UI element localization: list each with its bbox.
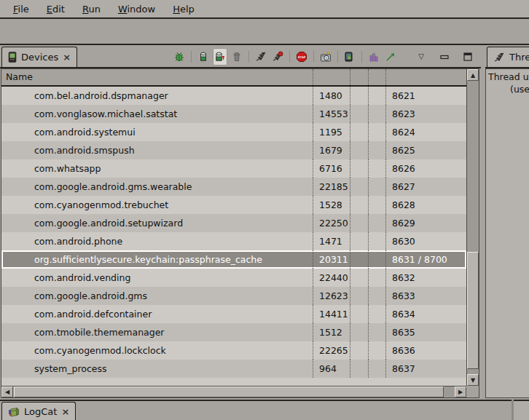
column-header-blank[interactable]	[368, 69, 385, 85]
scroll-down-button[interactable]: ▼	[467, 374, 479, 386]
cell-pid: 1512	[313, 323, 350, 341]
toolbar-separator	[248, 51, 249, 63]
table-row[interactable]: com.bel.android.dspmanager14808621	[1, 87, 466, 105]
update-threads-icon[interactable]	[254, 48, 268, 66]
tab-devices[interactable]: Devices ×	[1, 47, 77, 67]
table-row[interactable]: org.sufficientlysecure.keychain:passphra…	[1, 250, 466, 269]
close-icon[interactable]: ×	[61, 406, 69, 417]
cell-blank	[350, 305, 368, 323]
cell-pid: 22250	[313, 214, 350, 232]
hierarchy-view-icon[interactable]	[367, 48, 381, 66]
table-row[interactable]: com.whatsapp67168626	[1, 159, 466, 178]
cell-name: com.vonglasow.michael.satstat	[1, 105, 313, 123]
table-row[interactable]: com.android.defcontainer144118634	[1, 305, 466, 323]
cell-blank	[350, 214, 368, 232]
menu-run[interactable]: Run	[75, 2, 108, 16]
logcat-tabbar: LogCat ×	[0, 400, 512, 420]
menu-help[interactable]: Help	[165, 2, 202, 16]
cell-port: 8628	[385, 196, 466, 214]
table-row[interactable]: com.android.systemui11958624	[1, 123, 466, 141]
cell-blank	[368, 196, 385, 214]
cell-blank	[350, 250, 368, 269]
threads-message-line2: (use toolbar button to enable)	[488, 83, 529, 95]
update-heap-icon[interactable]	[196, 48, 211, 66]
column-header-blank[interactable]	[385, 69, 466, 85]
menu-edit[interactable]: Edit	[39, 2, 72, 16]
cell-blank	[350, 141, 368, 159]
threads-panel: Thread updates not enabled for selected …	[485, 68, 529, 398]
toolbar-separator	[361, 51, 362, 63]
cell-blank	[350, 178, 368, 196]
menu-window[interactable]: Window	[111, 2, 162, 16]
table-row[interactable]: com.vonglasow.michael.satstat145538623	[1, 105, 466, 123]
tab-threads[interactable]: Threads	[487, 47, 529, 67]
devices-toolbar: STOP	[172, 47, 475, 66]
cell-blank	[368, 287, 385, 305]
horizontal-scrollbar[interactable]: ◀ ▶	[1, 386, 466, 397]
cell-blank	[368, 305, 385, 323]
menu-file[interactable]: File	[6, 2, 36, 16]
device-screen-icon[interactable]	[342, 48, 357, 66]
threads-icon	[493, 52, 505, 63]
minimize-icon[interactable]	[437, 48, 452, 66]
systrace-arrow-icon[interactable]	[383, 48, 398, 66]
devices-tabbar: Devices ×	[0, 45, 481, 68]
scroll-left-button[interactable]: ◀	[1, 387, 13, 397]
cell-blank	[368, 123, 385, 141]
toolbar-separator	[337, 51, 338, 63]
table-row[interactable]: com.cyanogenmod.trebuchet15288628	[1, 196, 466, 214]
cell-blank	[368, 141, 385, 159]
horizontal-scrollbar-thumb[interactable]	[14, 387, 444, 397]
table-row[interactable]: com.android.phone14718630	[1, 232, 466, 250]
maximize-icon[interactable]	[461, 48, 475, 66]
table-row[interactable]: com.android.smspush16798625	[1, 141, 466, 159]
cell-blank	[368, 269, 385, 287]
cell-blank	[350, 123, 368, 141]
cell-port: 8634	[385, 305, 466, 323]
debug-icon[interactable]	[172, 48, 187, 66]
cell-name: com.android.smspush	[1, 141, 313, 159]
cell-port: 8630	[385, 232, 466, 250]
cell-pid: 12623	[313, 287, 350, 305]
view-menu-icon[interactable]: ▽	[414, 48, 428, 66]
column-header-blank[interactable]	[313, 69, 350, 85]
column-header-blank[interactable]	[350, 69, 368, 85]
screenshot-icon[interactable]	[318, 48, 333, 66]
cell-pid: 1528	[313, 196, 350, 214]
scroll-up-button[interactable]: ▲	[467, 69, 479, 81]
table-row[interactable]: com.google.android.gms126238633	[1, 287, 466, 305]
vertical-scrollbar-thumb[interactable]	[467, 252, 479, 369]
cell-blank	[368, 214, 385, 232]
table-row[interactable]: com.cyanogenmod.lockclock222658636	[1, 341, 466, 360]
cell-blank	[350, 360, 368, 378]
vertical-scrollbar[interactable]: ▲ ▼	[466, 69, 479, 386]
stop-process-icon[interactable]: STOP	[294, 48, 309, 66]
cell-pid: 1679	[313, 141, 350, 159]
table-body: com.bel.android.dspmanager14808621com.vo…	[1, 87, 466, 387]
cell-name: org.sufficientlysecure.keychain:passphra…	[1, 250, 313, 269]
column-header-Name[interactable]: Name	[1, 69, 313, 85]
cell-blank	[350, 196, 368, 214]
cell-name: com.cyanogenmod.lockclock	[1, 341, 313, 360]
cell-blank	[368, 360, 385, 378]
table-row[interactable]: com.google.android.gms.wearable221858627	[1, 178, 466, 196]
table-row[interactable]: com.android.vending224408632	[1, 269, 466, 287]
table-row[interactable]: system_process9648637	[1, 360, 466, 378]
table-row[interactable]: com.tmobile.thememanager15128635	[1, 323, 466, 341]
gc-trash-icon[interactable]	[230, 48, 244, 66]
cell-name: com.android.defcontainer	[1, 305, 313, 323]
cell-name: com.bel.android.dspmanager	[1, 87, 313, 105]
table-row[interactable]: com.google.android.setupwizard222508629	[1, 214, 466, 232]
scroll-right-button[interactable]: ▶	[455, 387, 466, 397]
tab-devices-label: Devices	[21, 52, 58, 63]
svg-text:STOP: STOP	[298, 56, 306, 59]
cell-blank	[350, 232, 368, 250]
cell-port: 8625	[385, 141, 466, 159]
cell-blank	[368, 87, 385, 105]
tab-logcat[interactable]: LogCat ×	[1, 402, 76, 420]
dump-hprof-icon[interactable]	[213, 48, 227, 66]
cell-pid: 14411	[313, 305, 350, 323]
start-profiling-icon[interactable]	[270, 48, 285, 66]
menu-bar: FileEditRunWindowHelp	[0, 0, 529, 19]
close-icon[interactable]: ×	[63, 52, 71, 63]
